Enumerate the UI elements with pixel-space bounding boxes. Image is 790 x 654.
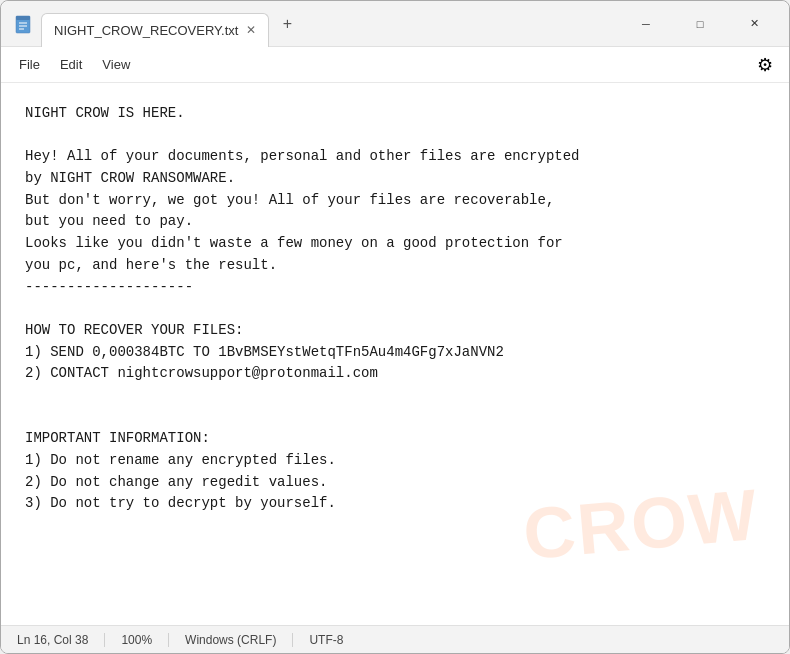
settings-button[interactable]: ⚙ (749, 49, 781, 81)
svg-rect-1 (16, 16, 30, 20)
line-ending: Windows (CRLF) (169, 633, 293, 647)
maximize-button[interactable]: □ (677, 8, 723, 40)
app-icon (13, 14, 33, 34)
editor-content: NIGHT CROW IS HERE. Hey! All of your doc… (25, 103, 765, 515)
zoom-level: 100% (105, 633, 169, 647)
encoding: UTF-8 (293, 633, 359, 647)
menu-bar: File Edit View ⚙ (1, 47, 789, 83)
tab-close-button[interactable]: ✕ (246, 23, 256, 37)
main-window: NIGHT_CROW_RECOVERY.txt ✕ + ─ □ ✕ File E… (0, 0, 790, 654)
title-bar-left: NIGHT_CROW_RECOVERY.txt ✕ + (13, 7, 623, 41)
close-button[interactable]: ✕ (731, 8, 777, 40)
minimize-button[interactable]: ─ (623, 8, 669, 40)
view-menu[interactable]: View (92, 53, 140, 76)
title-bar: NIGHT_CROW_RECOVERY.txt ✕ + ─ □ ✕ (1, 1, 789, 47)
file-menu[interactable]: File (9, 53, 50, 76)
tab-title: NIGHT_CROW_RECOVERY.txt (54, 23, 238, 38)
edit-menu[interactable]: Edit (50, 53, 92, 76)
status-bar: Ln 16, Col 38 100% Windows (CRLF) UTF-8 (1, 625, 789, 653)
window-controls: ─ □ ✕ (623, 8, 777, 40)
cursor-position: Ln 16, Col 38 (17, 633, 105, 647)
new-tab-button[interactable]: + (273, 10, 301, 38)
editor-area[interactable]: NIGHT CROW IS HERE. Hey! All of your doc… (1, 83, 789, 625)
active-tab[interactable]: NIGHT_CROW_RECOVERY.txt ✕ (41, 13, 269, 47)
